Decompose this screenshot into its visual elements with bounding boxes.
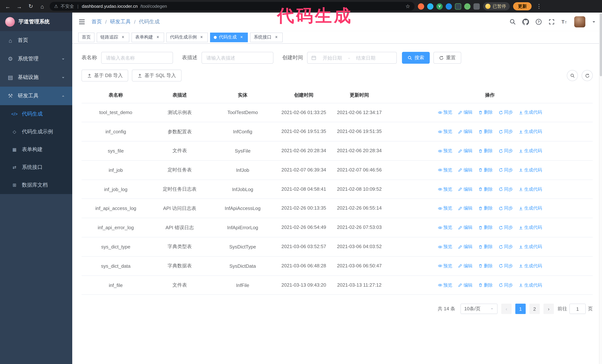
extension-icon[interactable] <box>446 3 452 10</box>
sidebar-item-codegen[interactable]: </> 代码生成 <box>0 105 72 123</box>
edit-link[interactable]: 编辑 <box>458 224 473 231</box>
preview-link[interactable]: 预览 <box>438 205 452 212</box>
sidebar-item-system[interactable]: ⚙ 系统管理 <box>0 50 72 68</box>
sidebar-item-form-builder[interactable]: ▦ 表单构建 <box>0 141 72 158</box>
extension-icon[interactable] <box>464 3 471 10</box>
sidebar-item-devtools[interactable]: ⚒ 研发工具 <box>0 87 72 105</box>
import-db-button[interactable]: 基于 DB 导入 <box>82 70 128 82</box>
font-size-icon[interactable] <box>561 19 568 25</box>
sync-link[interactable]: 同步 <box>498 205 513 212</box>
preview-link[interactable]: 预览 <box>438 109 452 116</box>
table-name-input[interactable] <box>101 52 173 64</box>
preview-link[interactable]: 预览 <box>438 263 452 269</box>
search-icon[interactable] <box>509 19 516 25</box>
sidebar-item-home[interactable]: ⌂ 首页 <box>0 31 72 50</box>
sidebar-item-codegen-example[interactable]: ◇ 代码生成示例 <box>0 123 72 141</box>
delete-link[interactable]: 删除 <box>478 263 493 269</box>
extension-icon[interactable]: V <box>436 3 443 10</box>
generate-code-link[interactable]: 生成代码 <box>519 109 542 116</box>
preview-link[interactable]: 预览 <box>438 224 452 231</box>
extension-icon[interactable] <box>418 3 424 10</box>
tab-codegen-example[interactable]: 代码生成示例 × <box>166 32 208 42</box>
tab-home[interactable]: 首页 <box>78 32 95 42</box>
delete-link[interactable]: 删除 <box>478 186 493 192</box>
date-range-picker[interactable]: - <box>307 52 397 64</box>
edit-link[interactable]: 编辑 <box>458 109 473 116</box>
breadcrumb-item[interactable]: 研发工具 <box>110 19 131 25</box>
delete-link[interactable]: 删除 <box>478 205 493 212</box>
sync-link[interactable]: 同步 <box>498 282 513 288</box>
reset-button[interactable]: 重置 <box>433 52 461 64</box>
next-page-button[interactable]: › <box>543 304 554 314</box>
generate-code-link[interactable]: 生成代码 <box>519 128 542 135</box>
back-button[interactable]: ← <box>4 2 12 10</box>
bookmark-star-icon[interactable]: ☆ <box>406 3 410 9</box>
home-button[interactable]: ⌂ <box>38 2 46 10</box>
generate-code-link[interactable]: 生成代码 <box>519 186 542 192</box>
page-size-select[interactable]: 10条/页 <box>461 304 497 314</box>
preview-link[interactable]: 预览 <box>438 167 452 173</box>
forward-button[interactable]: → <box>15 2 23 10</box>
generate-code-link[interactable]: 生成代码 <box>519 224 542 231</box>
generate-code-link[interactable]: 生成代码 <box>519 263 542 269</box>
kebab-menu-icon[interactable]: ⋮ <box>535 2 543 10</box>
scrollbar[interactable] <box>599 13 602 364</box>
reload-button[interactable]: ↻ <box>27 2 35 10</box>
tab-system-api[interactable]: 系统接口 × <box>250 32 283 42</box>
preview-link[interactable]: 预览 <box>438 128 452 135</box>
user-avatar[interactable] <box>574 16 585 27</box>
tab-close-icon[interactable]: × <box>274 35 279 40</box>
update-button[interactable]: 更新 <box>513 2 532 10</box>
edit-link[interactable]: 编辑 <box>458 263 473 269</box>
github-icon[interactable] <box>522 19 529 25</box>
preview-link[interactable]: 预览 <box>438 282 452 288</box>
address-bar[interactable]: ⚠ 不安全 | dashboard.yudao.iocoder.cn /tool… <box>50 2 415 11</box>
sidebar-item-system-api[interactable]: ⇄ 系统接口 <box>0 158 72 176</box>
edit-link[interactable]: 编辑 <box>458 282 473 288</box>
edit-link[interactable]: 编辑 <box>458 148 473 154</box>
edit-link[interactable]: 编辑 <box>458 128 473 135</box>
page-button-1[interactable]: 1 <box>515 304 526 314</box>
tab-close-icon[interactable]: × <box>239 35 244 40</box>
refresh-table-button[interactable] <box>582 70 593 81</box>
preview-link[interactable]: 预览 <box>438 148 452 154</box>
import-sql-button[interactable]: 基于 SQL 导入 <box>132 70 182 82</box>
generate-code-link[interactable]: 生成代码 <box>519 167 542 173</box>
sidebar-item-db-doc[interactable]: ⊞ 数据库文档 <box>0 176 72 194</box>
toggle-search-button[interactable] <box>567 70 578 81</box>
sync-link[interactable]: 同步 <box>498 244 513 250</box>
preview-link[interactable]: 预览 <box>438 244 452 250</box>
goto-page-input[interactable] <box>570 304 586 314</box>
sync-link[interactable]: 同步 <box>498 148 513 154</box>
delete-link[interactable]: 删除 <box>478 109 493 116</box>
sync-link[interactable]: 同步 <box>498 186 513 192</box>
edit-link[interactable]: 编辑 <box>458 244 473 250</box>
delete-link[interactable]: 删除 <box>478 167 493 173</box>
generate-code-link[interactable]: 生成代码 <box>519 282 542 288</box>
search-button[interactable]: 搜索 <box>402 52 430 64</box>
page-button-2[interactable]: 2 <box>529 304 540 314</box>
sidebar-item-infra[interactable]: ▤ 基础设施 <box>0 68 72 87</box>
sync-link[interactable]: 同步 <box>498 128 513 135</box>
tab-tracing[interactable]: 链路追踪 × <box>97 32 129 42</box>
prev-page-button[interactable]: ‹ <box>501 304 512 314</box>
tab-close-icon[interactable]: × <box>155 35 161 40</box>
fullscreen-icon[interactable] <box>548 19 555 25</box>
scrollbar-thumb[interactable] <box>600 13 602 76</box>
tab-close-icon[interactable]: × <box>120 35 126 40</box>
tab-close-icon[interactable]: × <box>199 35 204 40</box>
generate-code-link[interactable]: 生成代码 <box>519 244 542 250</box>
breadcrumb-item[interactable]: 首页 <box>92 19 102 25</box>
sync-link[interactable]: 同步 <box>498 167 513 173</box>
delete-link[interactable]: 删除 <box>478 282 493 288</box>
tab-codegen-active[interactable]: 代码生成 × <box>210 32 248 42</box>
generate-code-link[interactable]: 生成代码 <box>519 148 542 154</box>
puzzle-extension-icon[interactable] <box>473 3 480 10</box>
generate-code-link[interactable]: 生成代码 <box>519 205 542 212</box>
collapse-sidebar-icon[interactable] <box>78 18 86 26</box>
edit-link[interactable]: 编辑 <box>458 205 473 212</box>
edit-link[interactable]: 编辑 <box>458 186 473 192</box>
start-date-input[interactable] <box>319 55 346 61</box>
paused-badge[interactable]: 已暂停 <box>483 2 510 10</box>
tab-form-builder[interactable]: 表单构建 × <box>131 32 164 42</box>
